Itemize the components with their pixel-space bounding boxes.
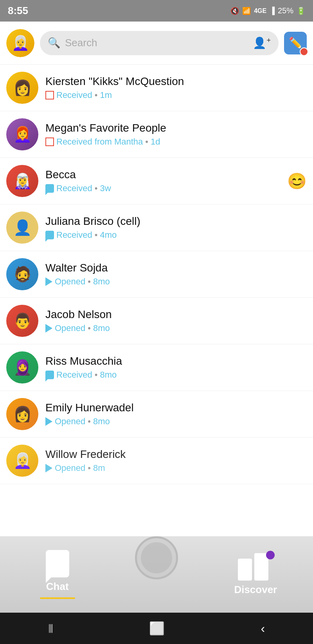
status-separator: • — [88, 416, 91, 427]
received-chat-icon — [45, 231, 54, 239]
time-ago: 1d — [151, 137, 160, 147]
received-snap-icon — [45, 137, 54, 146]
time-ago: 8mo — [100, 370, 117, 380]
status-label: Received — [56, 183, 92, 194]
profile-avatar-image: 👩‍🦳 — [6, 29, 34, 57]
chat-avatar: 👩‍🦰 — [6, 118, 38, 150]
recent-apps-button[interactable]: ⦀ — [48, 621, 53, 636]
new-chat-button[interactable]: ✏️ — [284, 32, 307, 54]
chat-item[interactable]: 🧔Walter SojdaOpened•8mo — [0, 251, 313, 298]
opened-icon — [45, 277, 52, 286]
chat-item[interactable]: 👤Juliana Brisco (cell)Received•4mo — [0, 204, 313, 251]
add-friend-icon[interactable]: 👤+ — [253, 36, 271, 49]
received-snap-icon — [45, 91, 54, 99]
back-button[interactable]: ‹ — [261, 621, 265, 636]
status-label: Received — [56, 90, 92, 100]
chat-status: Opened•8mo — [45, 416, 307, 427]
chat-nav-button[interactable]: Chat — [18, 550, 97, 599]
chat-status: Received•1m — [45, 90, 307, 100]
discover-nav-button[interactable]: Discover — [216, 553, 295, 596]
status-separator: • — [95, 370, 98, 380]
chat-name: Jacob Nelson — [45, 308, 307, 321]
chat-status: Received•3w — [45, 183, 307, 194]
status-separator: • — [95, 230, 98, 240]
chat-avatar: 🧝‍♀️ — [6, 165, 38, 197]
chat-name: Juliana Brisco (cell) — [45, 215, 307, 228]
chat-name: Walter Sojda — [45, 262, 307, 274]
chat-info: Megan's Favorite PeopleReceived from Man… — [45, 122, 307, 147]
opened-icon — [45, 417, 52, 426]
battery-level: 25% — [278, 6, 293, 15]
signal-icon: ▐ — [270, 7, 275, 15]
chat-info: Juliana Brisco (cell)Received•4mo — [45, 215, 307, 240]
avatar-emoji: 👨 — [13, 312, 32, 329]
chat-nav-icon — [46, 550, 69, 577]
status-separator: • — [88, 323, 91, 333]
home-button[interactable]: ⬜ — [149, 621, 165, 636]
chat-avatar: 👨 — [6, 305, 38, 337]
discover-nav-label: Discover — [234, 584, 277, 596]
status-label: Opened — [55, 323, 85, 333]
discover-tile-1 — [238, 559, 252, 581]
chat-avatar: 👤 — [6, 212, 38, 244]
status-label: Opened — [55, 416, 85, 427]
search-bar[interactable]: 🔍 Search 👤+ — [40, 31, 279, 55]
chat-item[interactable]: 👩Kiersten "Kikks" McQuestionReceived•1m — [0, 65, 313, 111]
avatar-emoji: 👩‍🦳 — [13, 452, 32, 469]
chat-status: Received from Mantha•1d — [45, 137, 307, 147]
time-ago: 8mo — [93, 416, 110, 427]
chat-name: Emily Hunerwadel — [45, 402, 307, 414]
status-separator: • — [88, 463, 91, 473]
avatar-emoji: 👩‍🦰 — [13, 126, 32, 143]
chat-item[interactable]: 👨Jacob NelsonOpened•8mo — [0, 298, 313, 344]
chat-item[interactable]: 🧝‍♀️BeccaReceived•3w😊 — [0, 158, 313, 204]
chat-avatar: 🧔 — [6, 258, 38, 290]
status-icons: 🔇 📶 4GE ▐ 25% 🔋 — [230, 6, 305, 15]
chat-info: Emily HunerwadelOpened•8mo — [45, 402, 307, 427]
chat-name: Kiersten "Kikks" McQuestion — [45, 75, 307, 88]
discover-notification-dot — [266, 551, 275, 559]
status-label: Opened — [55, 277, 85, 287]
time-ago: 8mo — [93, 277, 110, 287]
status-bar: 8:55 🔇 📶 4GE ▐ 25% 🔋 — [0, 0, 313, 22]
avatar-emoji: 👩 — [13, 79, 32, 96]
top-bar: 👩‍🦳 🔍 Search 👤+ ✏️ — [0, 22, 313, 65]
avatar-emoji: 🧕 — [13, 359, 32, 376]
status-separator: • — [88, 277, 91, 287]
chat-info: Riss MusacchiaReceived•8mo — [45, 355, 307, 380]
status-time: 8:55 — [8, 5, 28, 17]
battery-icon: 🔋 — [297, 7, 305, 15]
time-ago: 3w — [100, 183, 111, 194]
chat-avatar: 👩‍🦳 — [6, 445, 38, 477]
search-placeholder: Search — [65, 37, 248, 49]
avatar-emoji: 🧔 — [13, 266, 32, 283]
chat-info: Kiersten "Kikks" McQuestionReceived•1m — [45, 75, 307, 100]
capture-button[interactable] — [135, 536, 178, 579]
chat-item[interactable]: 🧕Riss MusacchiaReceived•8mo — [0, 344, 313, 391]
chat-emoji: 😊 — [287, 172, 307, 190]
chat-avatar: 🧕 — [6, 351, 38, 384]
chat-name: Willow Frederick — [45, 448, 307, 461]
chat-status: Received•4mo — [45, 230, 307, 240]
capture-button-wrap[interactable] — [135, 536, 178, 579]
chat-item[interactable]: 👩‍🦰Megan's Favorite PeopleReceived from … — [0, 111, 313, 158]
status-label: Opened — [55, 463, 85, 473]
time-ago: 1m — [100, 90, 112, 100]
chat-status: Opened•8mo — [45, 323, 307, 333]
chat-item[interactable]: 👩‍🦳Willow FrederickOpened•8m — [0, 438, 313, 484]
wifi-icon: 📶 — [242, 7, 251, 15]
avatar-emoji: 👩 — [13, 405, 32, 423]
time-ago: 8mo — [93, 323, 110, 333]
chat-status: Opened•8m — [45, 463, 307, 473]
chat-item[interactable]: 👩Emily HunerwadelOpened•8mo — [0, 391, 313, 438]
profile-avatar[interactable]: 👩‍🦳 — [6, 29, 34, 57]
status-label: Received — [56, 230, 92, 240]
capture-button-inner — [141, 542, 172, 573]
status-separator: • — [95, 183, 98, 194]
chat-status: Opened•8mo — [45, 277, 307, 287]
search-icon: 🔍 — [48, 37, 60, 49]
chat-avatar: 👩 — [6, 398, 38, 430]
chat-name: Megan's Favorite People — [45, 122, 307, 134]
chat-pencil-icon: ✏️ — [289, 36, 302, 49]
chat-info: Willow FrederickOpened•8m — [45, 448, 307, 473]
